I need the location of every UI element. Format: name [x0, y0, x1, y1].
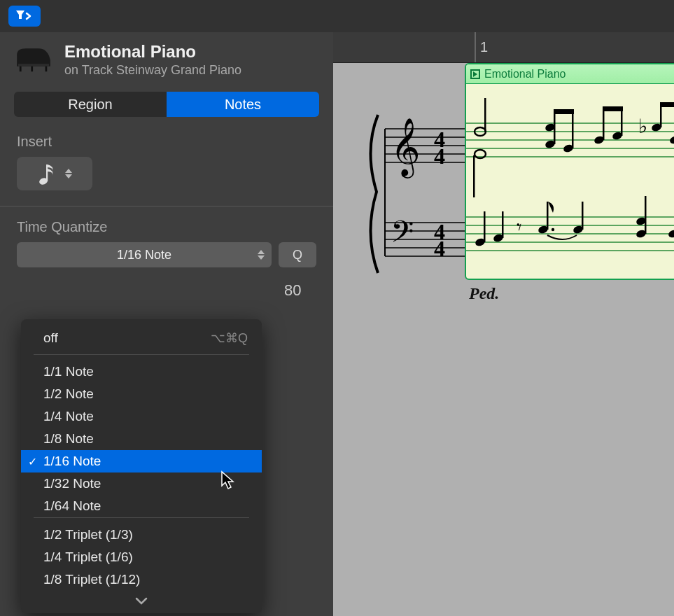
pedal-marking: Ped. — [469, 284, 499, 303]
svg-rect-1 — [20, 66, 22, 71]
menu-item[interactable]: 1/4 Triplet (1/6) — [21, 546, 262, 568]
svg-rect-0 — [18, 64, 49, 66]
menu-separator — [34, 354, 249, 355]
menu-separator — [34, 517, 249, 518]
menu-item[interactable]: 1/8 Triplet (1/12) — [21, 568, 262, 591]
menu-item[interactable]: ✓1/16 Note — [21, 450, 262, 472]
midi-region[interactable]: Emotional Piano — [465, 63, 674, 280]
svg-rect-5 — [46, 164, 48, 181]
svg-rect-53 — [660, 102, 674, 107]
region-play-icon — [470, 69, 480, 79]
time-quantize-menu: off ⌥⌘Q 1/1 Note1/2 Note1/4 Note1/8 Note… — [21, 319, 262, 613]
svg-rect-2 — [45, 66, 48, 71]
menu-shortcut: ⌥⌘Q — [211, 330, 248, 346]
ruler-bar-number: 1 — [480, 39, 488, 55]
svg-rect-42 — [554, 109, 574, 114]
insert-label: Insert — [17, 134, 316, 150]
svg-text:𝄾: 𝄾 — [517, 223, 521, 231]
svg-rect-40 — [554, 109, 556, 144]
svg-text:4: 4 — [434, 144, 445, 169]
svg-rect-63 — [582, 202, 584, 230]
quantize-strength-value: 80 — [284, 281, 301, 300]
svg-rect-47 — [603, 106, 623, 111]
svg-text:𝄞: 𝄞 — [391, 118, 421, 178]
svg-rect-66 — [645, 196, 647, 234]
filter-icon — [15, 9, 34, 23]
tab-region[interactable]: Region — [14, 92, 167, 117]
insert-note-select[interactable] — [17, 157, 92, 190]
region-title: Emotional Piano — [64, 42, 241, 62]
region-notation: ♭ 𝄾 — [466, 84, 674, 280]
time-quantize-value: 1/16 Note — [117, 248, 171, 262]
quantize-button[interactable]: Q — [279, 242, 316, 267]
time-quantize-label: Time Quantize — [17, 219, 316, 235]
tab-notes[interactable]: Notes — [167, 92, 319, 117]
filter-button[interactable] — [8, 6, 41, 27]
chevron-down-icon — [135, 597, 148, 606]
menu-item[interactable]: 1/1 Note — [21, 360, 262, 383]
check-icon: ✓ — [28, 455, 37, 468]
menu-item[interactable]: 1/2 Triplet (1/3) — [21, 524, 262, 546]
bar-ruler[interactable]: 1 — [333, 32, 674, 63]
svg-rect-57 — [502, 211, 504, 238]
svg-rect-60 — [547, 202, 549, 230]
region-subtitle: on Track Steinway Grand Piano — [64, 63, 241, 78]
region-box-label: Emotional Piano — [484, 68, 566, 80]
svg-rect-55 — [484, 211, 486, 242]
ruler-tick — [475, 32, 476, 62]
svg-text:4: 4 — [434, 236, 445, 261]
sixteenth-note-icon — [37, 162, 58, 186]
svg-text:♭: ♭ — [638, 115, 647, 137]
inspector-tabs: Region Notes — [14, 92, 319, 117]
menu-item[interactable]: 1/4 Note — [21, 405, 262, 428]
grand-staff-brace: 𝄞 4 4 𝄢 4 4 — [357, 108, 469, 283]
svg-rect-41 — [572, 109, 574, 148]
stepper-arrows-icon — [258, 250, 265, 260]
menu-item-off[interactable]: off — [43, 330, 58, 346]
time-quantize-select[interactable]: 1/16 Note — [17, 242, 272, 267]
menu-item[interactable]: 1/2 Note — [21, 383, 262, 405]
menu-item[interactable]: 1/8 Note — [21, 428, 262, 450]
stepper-arrows-icon — [65, 169, 72, 178]
svg-rect-3 — [31, 66, 33, 71]
svg-point-61 — [552, 228, 554, 231]
piano-instrument-icon — [14, 42, 53, 73]
svg-text:𝄢: 𝄢 — [391, 216, 414, 255]
menu-item[interactable]: 1/32 Note — [21, 472, 262, 495]
menu-more-chevron[interactable] — [21, 591, 262, 609]
menu-item[interactable]: 1/64 Note — [21, 495, 262, 517]
svg-rect-45 — [603, 106, 605, 140]
svg-rect-34 — [484, 98, 486, 132]
score-editor[interactable]: 1 𝄞 — [333, 32, 674, 616]
svg-rect-35 — [473, 155, 475, 197]
